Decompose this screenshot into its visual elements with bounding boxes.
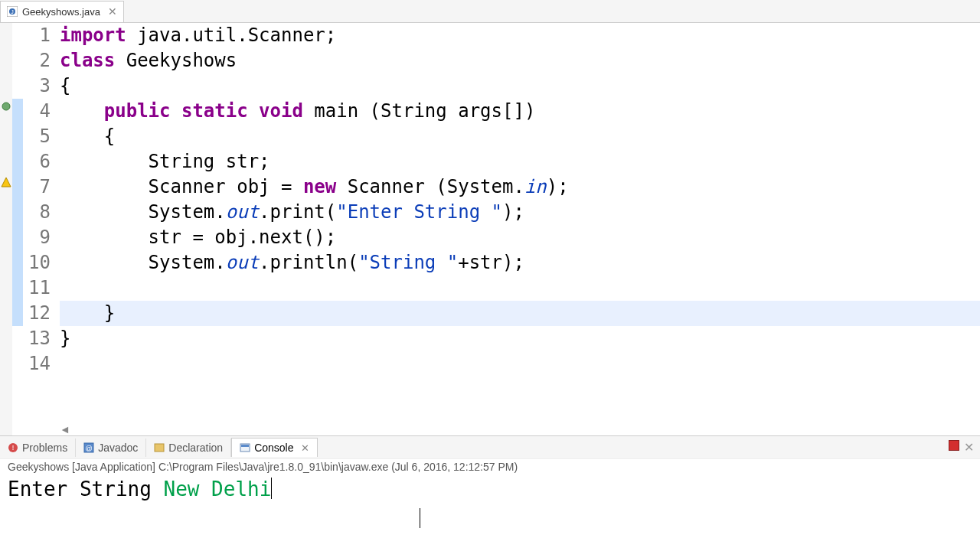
close-icon[interactable]: ✕ (108, 5, 117, 18)
bottom-panel-tabs: ! Problems @ Javadoc Declaration Console… (0, 435, 980, 458)
editor-tab-bar: J Geekyshows.java ✕ (0, 0, 980, 23)
code-line[interactable]: } (60, 326, 980, 351)
close-icon[interactable]: ✕ (301, 442, 309, 454)
console-output[interactable]: Enter String New Delhi (0, 474, 980, 551)
line-number: 12 (23, 301, 51, 326)
code-line[interactable]: { (60, 124, 980, 149)
code-line[interactable]: import java.util.Scanner; (60, 23, 980, 48)
editor-tab[interactable]: J Geekyshows.java ✕ (0, 1, 124, 22)
line-number: 8 (23, 200, 51, 225)
tab-declaration[interactable]: Declaration (146, 439, 231, 457)
method-override-icon (1, 101, 11, 112)
text-cursor (271, 478, 272, 499)
caret-icon (420, 508, 420, 528)
line-number: 7 (23, 174, 51, 200)
line-number: 9 (23, 225, 51, 250)
line-number: 4 (23, 99, 51, 124)
editor-tab-label: Geekyshows.java (22, 6, 100, 18)
tab-console[interactable]: Console ✕ (231, 438, 317, 457)
svg-text:!: ! (12, 444, 15, 452)
line-number: 1 (23, 23, 51, 48)
line-number: 11 (23, 276, 51, 301)
svg-marker-4 (2, 178, 11, 187)
close-panel-icon[interactable]: ✕ (964, 440, 974, 455)
svg-rect-11 (241, 445, 249, 447)
code-line[interactable]: { (60, 73, 980, 99)
line-number: 2 (23, 48, 51, 73)
tab-javadoc[interactable]: @ Javadoc (76, 439, 146, 457)
code-line[interactable]: class Geekyshows (60, 48, 980, 73)
svg-text:@: @ (86, 445, 93, 452)
folding-ruler (12, 23, 23, 435)
line-number-gutter: 1234567891011121314 (23, 23, 55, 377)
line-number: 14 (23, 351, 51, 377)
scroll-left-icon[interactable]: ◄ (60, 423, 70, 435)
line-number: 10 (23, 250, 51, 276)
tab-label: Problems (22, 442, 67, 454)
code-line[interactable]: str = obj.next(); (60, 225, 980, 250)
code-line[interactable]: String str; (60, 149, 980, 174)
code-line[interactable]: System.out.print("Enter String "); (60, 200, 980, 225)
tab-label: Console (254, 442, 293, 454)
line-number: 5 (23, 124, 51, 149)
console-prompt-text: Enter String (8, 478, 164, 500)
tab-label: Javadoc (98, 442, 138, 454)
panel-controls: ✕ (949, 440, 974, 455)
code-line[interactable] (60, 351, 980, 377)
console-process-info: Geekyshows [Java Application] C:\Program… (0, 458, 980, 474)
svg-rect-9 (155, 444, 164, 452)
java-file-icon: J (7, 6, 18, 17)
tab-problems[interactable]: ! Problems (0, 439, 76, 457)
code-content[interactable]: import java.util.Scanner;class Geekyshow… (60, 23, 980, 377)
code-line[interactable]: System.out.println("String "+str); (60, 250, 980, 276)
tab-label: Declaration (168, 442, 223, 454)
code-line[interactable] (60, 276, 980, 301)
javadoc-icon: @ (83, 442, 94, 453)
line-number: 13 (23, 326, 51, 351)
warning-icon (1, 177, 11, 187)
code-line[interactable]: public static void main (String args[]) (60, 99, 980, 124)
line-number: 3 (23, 73, 51, 99)
terminate-button[interactable] (949, 440, 959, 451)
marker-bar (0, 23, 12, 435)
svg-text:J: J (11, 9, 14, 15)
problems-icon: ! (8, 442, 18, 453)
console-icon (240, 442, 250, 453)
line-number: 6 (23, 149, 51, 174)
declaration-icon (154, 442, 165, 453)
svg-point-3 (2, 103, 10, 110)
code-line[interactable]: } (60, 301, 980, 326)
code-line[interactable]: Scanner obj = new Scanner (System.in); (60, 174, 980, 200)
code-editor[interactable]: 1234567891011121314 import java.util.Sca… (0, 23, 980, 435)
console-user-input: New Delhi (164, 478, 272, 500)
